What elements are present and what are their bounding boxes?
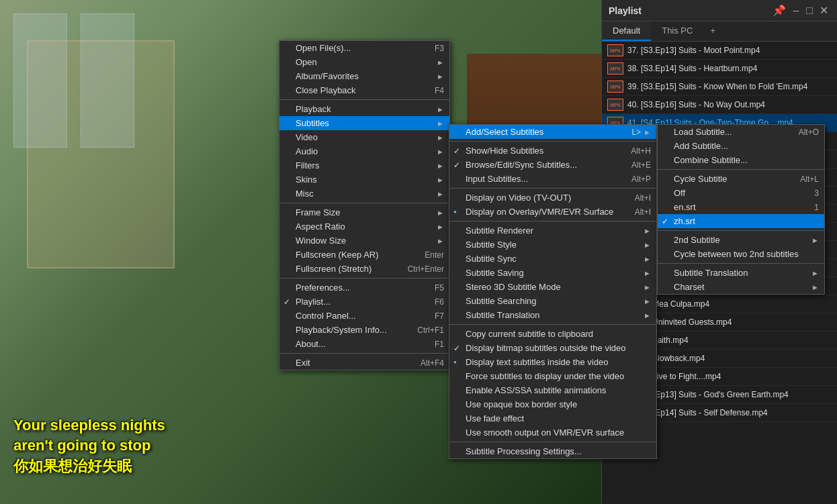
cycle-off[interactable]: Off 3 [658,186,824,200]
submenu-subtitle-searching[interactable]: Subtitle Searching ► [449,294,656,308]
cycle-divider-3 [658,263,824,264]
divider-4 [279,353,449,354]
playlist-item-label: 39. [S3.Ep15] Suits - Know When to Fold … [627,82,807,91]
menu-fullscreen-keep-ar[interactable]: Fullscreen (Keep AR) Enter [279,248,449,262]
playlist-title: Playlist [609,5,642,16]
menu-audio[interactable]: Audio ► [279,144,449,158]
submenu-subtitle-renderer[interactable]: Subtitle Renderer ► [449,223,656,238]
submenu-display-bitmap[interactable]: ✓ Display bitmap subtitles outside the v… [449,341,656,355]
playlist-item-label: 40. [S3.Ep16] Suits - No Way Out.mp4 [627,100,765,109]
submenu-browse-edit-sync[interactable]: ✓ Browse/Edit/Sync Subtitles... Alt+E [449,158,656,172]
playlist-tabs: Default This PC + [602,21,837,42]
submenu-subtitle-translation[interactable]: Subtitle Translation ► [449,308,656,322]
menu-filters[interactable]: Filters ► [279,158,449,172]
submenu-display-text-inside[interactable]: ● Display text subtitles inside the vide… [449,355,656,369]
playlist-item-icon: MP4 [607,62,623,74]
submenu-force-under[interactable]: Force subtitles to display under the vid… [449,369,656,383]
cycle-divider-2 [658,230,824,231]
menu-fullscreen-stretch[interactable]: Fullscreen (Stretch) Ctrl+Enter [279,262,449,276]
sub-divider-3 [449,221,656,221]
submenu-fade-effect[interactable]: Use fade effect [449,411,656,425]
submenu-subtitle-sync[interactable]: Subtitle Sync ► [449,252,656,266]
menu-playlist[interactable]: ✓ Playlist... F6 [279,295,449,309]
cycle-cycle-subtitle[interactable]: Cycle Subtitle Alt+L [658,172,824,186]
subtitle-display: Your sleepless nights aren't going to st… [13,415,165,477]
divider-2 [279,203,449,203]
subtitle-line1: Your sleepless nights [13,415,165,436]
submenu-display-tv-out[interactable]: Display on Video (TV-OUT) Alt+I [449,191,656,205]
playlist-item-icon: MP4 [607,81,623,93]
menu-system-info[interactable]: Playback/System Info... Ctrl+F1 [279,323,449,337]
submenu-copy-subtitle[interactable]: Copy current subtitle to clipboard [449,327,656,341]
menu-exit[interactable]: Exit Alt+F4 [279,356,449,370]
submenu-input-subtitles[interactable]: Input Subtitles... Alt+P [449,172,656,186]
playlist-item-label: 38. [S3.Ep14] Suits - Heartburn.mp4 [627,64,757,73]
playlist-maximize-button[interactable]: □ [804,5,815,17]
divider-3 [279,278,449,279]
playlist-item[interactable]: MP437. [S3.Ep13] Suits - Moot Point.mp4 [602,42,837,60]
cycle-charset[interactable]: Charset ► [658,280,824,294]
playlist-controls: 📌 ‒ □ ✕ [770,4,830,17]
menu-frame-size[interactable]: Frame Size ► [279,205,449,219]
sub-divider-5 [449,442,656,442]
playlist-item-icon: MP4 [607,99,623,111]
cycle-divider-1 [658,169,824,170]
menu-aspect-ratio[interactable]: Aspect Ratio ► [279,219,449,234]
playlist-item[interactable]: MP438. [S3.Ep14] Suits - Heartburn.mp4 [602,60,837,78]
tab-this-pc[interactable]: This PC [651,21,703,41]
submenu-stereo-3d[interactable]: Stereo 3D Subtitle Mode ► [449,280,656,294]
menu-misc[interactable]: Misc ► [279,187,449,201]
submenu-add-select-subtitles[interactable]: Add/Select Subtitles L> ► [449,125,656,139]
sub-divider-1 [449,141,656,142]
tab-default[interactable]: Default [602,21,651,41]
playlist-item[interactable]: MP439. [S3.Ep15] Suits - Know When to Fo… [602,78,837,96]
cycle-subtitle-submenu: Load Subtitle... Alt+O Add Subtitle... C… [657,124,825,295]
cycle-zh-srt[interactable]: ✓ zh.srt [658,214,824,228]
playlist-pin-button[interactable]: 📌 [770,4,788,17]
subtitles-submenu: Add/Select Subtitles L> ► ✓ Show/Hide Su… [449,124,657,459]
cycle-load-subtitle[interactable]: Load Subtitle... Alt+O [658,125,824,139]
submenu-smooth-output[interactable]: Use smooth output on VMR/EVR surface [449,425,656,440]
menu-preferences[interactable]: Preferences... F5 [279,281,449,295]
submenu-enable-ass-ssa[interactable]: Enable ASS/SSA subtitle animations [449,383,656,397]
playlist-minimize-button[interactable]: ‒ [791,4,801,17]
menu-open-files[interactable]: Open File(s)... F3 [279,41,449,55]
cycle-2nd-subtitle[interactable]: 2nd Subtitle ► [658,233,824,247]
menu-skins[interactable]: Skins ► [279,172,449,187]
menu-video[interactable]: Video ► [279,130,449,144]
cycle-subtitle-translation[interactable]: Subtitle Translation ► [658,266,824,280]
playlist-close-button[interactable]: ✕ [818,4,830,17]
cycle-en-srt[interactable]: en.srt 1 [658,200,824,214]
menu-subtitles[interactable]: Subtitles ► [279,116,449,130]
tab-add[interactable]: + [703,21,722,41]
playlist-item-label: 37. [S3.Ep13] Suits - Moot Point.mp4 [627,46,760,55]
menu-about[interactable]: About... F1 [279,337,449,351]
main-context-menu: Open File(s)... F3 Open ► Album/Favorite… [279,40,450,370]
sub-divider-2 [449,188,656,189]
cycle-combine-subtitle[interactable]: Combine Subtitle... [658,153,824,167]
submenu-subtitle-saving[interactable]: Subtitle Saving ► [449,266,656,280]
menu-open[interactable]: Open ► [279,55,449,69]
cycle-add-subtitle[interactable]: Add Subtitle... [658,139,824,153]
subtitle-line3: 你如果想治好失眠 [13,456,165,477]
menu-close-playback[interactable]: Close Playback F4 [279,83,449,97]
menu-control-panel[interactable]: Control Panel... F7 [279,309,449,323]
submenu-opaque-box[interactable]: Use opaque box border style [449,397,656,411]
submenu-processing-settings[interactable]: Subtitle Processing Settings... [449,444,656,458]
playlist-header: Playlist 📌 ‒ □ ✕ [602,0,837,21]
submenu-subtitle-style[interactable]: Subtitle Style ► [449,238,656,252]
sub-divider-4 [449,324,656,325]
cycle-between-2nd[interactable]: Cycle between two 2nd subtitles [658,247,824,261]
playlist-item-icon: MP4 [607,44,623,56]
subtitle-line2: aren't going to stop [13,436,165,456]
playlist-item[interactable]: MP440. [S3.Ep16] Suits - No Way Out.mp4 [602,96,837,114]
submenu-show-hide-subtitles[interactable]: ✓ Show/Hide Subtitles Alt+H [449,144,656,158]
menu-playback[interactable]: Playback ► [279,102,449,116]
submenu-display-overlay[interactable]: ● Display on Overlay/VMR/EVR Surface Alt… [449,205,656,219]
divider-1 [279,99,449,100]
menu-album-favorites[interactable]: Album/Favorites ► [279,69,449,83]
menu-window-size[interactable]: Window Size ► [279,234,449,248]
